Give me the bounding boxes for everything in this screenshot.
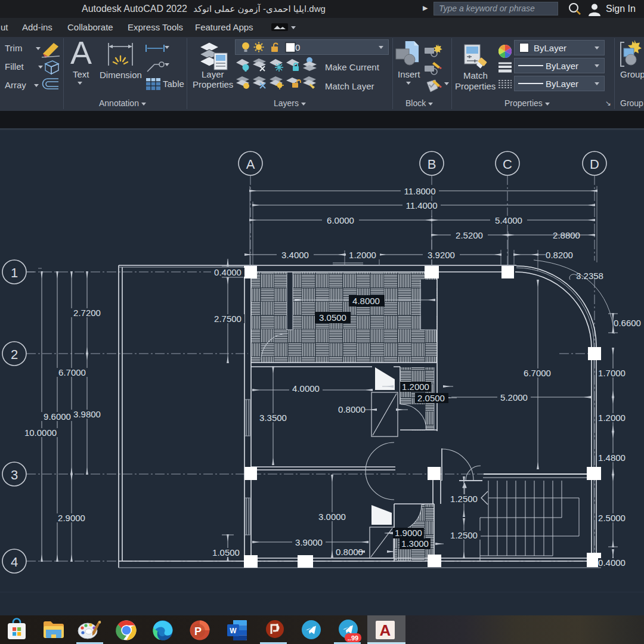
svg-text:4.8000: 4.8000 [352,296,380,306]
svg-text:3.0000: 3.0000 [318,512,346,522]
svg-text:0.6600: 0.6600 [614,318,641,328]
svg-text:1.3000: 1.3000 [401,538,429,549]
svg-text:3.4000: 3.4000 [281,250,309,260]
svg-text:1.9000: 1.9000 [395,528,422,538]
svg-text:0.4000: 0.4000 [214,267,242,277]
svg-text:0.8000: 0.8000 [338,404,366,414]
svg-text:1.2500: 1.2500 [450,494,478,504]
svg-text:2.8800: 2.8800 [553,230,580,240]
svg-text:A: A [380,621,391,639]
svg-text:2.5000: 2.5000 [598,513,626,523]
svg-text:5.4000: 5.4000 [495,215,522,225]
svg-text:3.9200: 3.9200 [428,250,455,260]
svg-text:B: B [428,157,436,172]
svg-text:6.7000: 6.7000 [524,368,551,378]
svg-text:C: C [503,157,512,172]
svg-text:4: 4 [11,555,18,569]
svg-text:3: 3 [11,467,18,482]
svg-text:2.0500: 2.0500 [417,393,445,403]
svg-text:1.4800: 1.4800 [598,453,626,463]
svg-text:3.9800: 3.9800 [73,409,101,419]
svg-text:0.8200: 0.8200 [546,250,573,260]
svg-text:P: P [194,626,202,637]
svg-text:1.2000: 1.2000 [349,250,376,260]
svg-text:1.0500: 1.0500 [212,547,240,558]
svg-text:1.2500: 1.2500 [450,530,478,540]
svg-text:1.2000: 1.2000 [402,382,429,392]
svg-text:2.7500: 2.7500 [214,314,242,324]
svg-text:4.0000: 4.0000 [292,383,320,394]
svg-text:6.7000: 6.7000 [58,367,86,377]
svg-text:D: D [590,157,599,172]
svg-text:3.3500: 3.3500 [259,413,287,423]
svg-text:3.2358: 3.2358 [576,271,603,281]
svg-text:3.9000: 3.9000 [295,537,323,547]
svg-text:6.0000: 6.0000 [327,215,354,225]
svg-text:1.7000: 1.7000 [598,368,626,378]
svg-text:..99: ..99 [348,634,358,642]
svg-text:5.2000: 5.2000 [500,392,528,402]
svg-text:11.8000: 11.8000 [404,186,435,196]
svg-text:11.4000: 11.4000 [405,200,437,210]
svg-text:2.5200: 2.5200 [456,230,483,240]
svg-text:1: 1 [11,265,18,280]
svg-text:A: A [246,157,255,172]
svg-text:0.4000: 0.4000 [598,558,626,568]
svg-text:W: W [230,627,237,635]
svg-text:2: 2 [11,347,18,362]
svg-text:2.9000: 2.9000 [58,513,85,523]
svg-text:1.2000: 1.2000 [598,413,626,423]
svg-text:2.7200: 2.7200 [73,308,101,318]
svg-text:10.0000: 10.0000 [24,428,57,438]
svg-text:9.6000: 9.6000 [44,411,71,422]
svg-text:3.0500: 3.0500 [319,312,346,323]
svg-text:0.8000: 0.8000 [336,547,363,557]
